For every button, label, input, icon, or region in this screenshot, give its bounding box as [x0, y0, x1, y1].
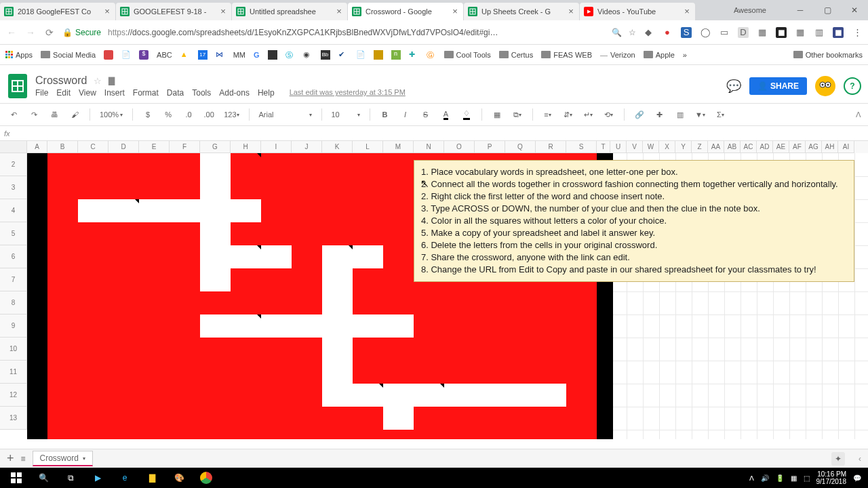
note-indicator[interactable]: [440, 384, 444, 388]
start-button[interactable]: [3, 468, 30, 488]
col-header[interactable]: O: [444, 141, 475, 153]
url-text[interactable]: https://docs.google.com/spreadsheets/d/1…: [108, 28, 605, 37]
menu-file[interactable]: File: [35, 88, 48, 98]
col-header[interactable]: P: [475, 141, 505, 153]
clock[interactable]: 10:16 PM9/17/2018: [816, 470, 847, 485]
crossword-cell[interactable]: [200, 268, 231, 291]
col-header[interactable]: I: [261, 141, 292, 153]
browser-tab[interactable]: Untitled spreadshee×: [232, 3, 347, 20]
last-edit[interactable]: Last edit was yesterday at 3:15 PM: [290, 88, 406, 98]
formula-bar[interactable]: fx: [0, 126, 868, 141]
currency-button[interactable]: $: [142, 108, 153, 121]
col-header[interactable]: L: [353, 141, 383, 153]
task-view-button[interactable]: ⧉: [57, 468, 84, 488]
taskbar-app-explorer[interactable]: ▇: [138, 468, 165, 488]
col-header[interactable]: AH: [822, 141, 838, 153]
browser-tab[interactable]: Up Sheets Creek - G×: [464, 3, 579, 20]
undo-button[interactable]: ↶: [8, 108, 19, 121]
crossword-cell[interactable]: [322, 384, 566, 407]
dec-decrease[interactable]: .0: [183, 108, 194, 121]
zoom-icon[interactable]: 🔍: [612, 28, 622, 37]
crossword-cell[interactable]: [322, 361, 353, 384]
halign-button[interactable]: ≡ ▾: [542, 108, 553, 121]
paint-format-button[interactable]: 🖌: [69, 108, 80, 121]
avatar[interactable]: [815, 76, 835, 96]
note-indicator[interactable]: [257, 245, 261, 249]
comments-icon[interactable]: 💬: [726, 79, 741, 94]
note-indicator[interactable]: [135, 199, 139, 203]
star-icon[interactable]: ☆: [94, 76, 102, 86]
crossword-cell[interactable]: [200, 314, 414, 338]
collapse-toolbar[interactable]: ᐱ: [856, 110, 861, 119]
rotate-button[interactable]: ⟲ ▾: [604, 108, 614, 121]
menu-format[interactable]: Format: [133, 88, 159, 98]
crossword-cell[interactable]: [200, 153, 231, 176]
apps-button[interactable]: Apps: [5, 51, 33, 59]
crossword-cell[interactable]: [322, 245, 383, 268]
select-all-corner[interactable]: [0, 141, 27, 153]
menu-addons[interactable]: Add-ons: [219, 88, 250, 98]
taskbar-app[interactable]: ▶: [84, 468, 111, 488]
print-button[interactable]: 🖶: [49, 108, 60, 121]
note-indicator[interactable]: [257, 153, 261, 157]
col-header[interactable]: V: [627, 141, 643, 153]
note-indicator[interactable]: [257, 314, 261, 319]
note-indicator[interactable]: [379, 384, 383, 388]
bookmark-item[interactable]: MM: [233, 51, 245, 59]
sheet-tab[interactable]: Crossword▾: [33, 451, 93, 466]
ext-icon[interactable]: ◯: [700, 27, 711, 38]
share-button[interactable]: 👤SHARE: [749, 77, 807, 95]
ext-drive-icon[interactable]: ◆: [643, 27, 654, 38]
nav-back[interactable]: ←: [5, 27, 18, 38]
tray-icon[interactable]: ⬚: [804, 474, 810, 482]
fill-color-button[interactable]: ♢: [461, 108, 472, 121]
crossword-cell[interactable]: [322, 291, 353, 314]
row-header[interactable]: 9: [0, 314, 27, 338]
col-header[interactable]: N: [414, 141, 444, 153]
taskbar-app-chrome[interactable]: [193, 468, 220, 488]
ext-icon[interactable]: ▦: [795, 27, 806, 38]
add-sheet-button[interactable]: +: [7, 451, 14, 466]
col-header[interactable]: AB: [724, 141, 741, 153]
bookmark-folder[interactable]: Certus: [499, 51, 533, 59]
window-maximize[interactable]: ▢: [814, 0, 841, 20]
font-select[interactable]: Arial: [259, 110, 300, 119]
row-header[interactable]: 3: [0, 176, 27, 199]
crossword-cell[interactable]: [78, 199, 261, 222]
tab-close-icon[interactable]: ×: [567, 7, 575, 16]
browser-tab[interactable]: Crossword - Google×: [348, 3, 463, 20]
tray-up-icon[interactable]: ᐱ: [749, 474, 754, 482]
row-header[interactable]: 11: [0, 361, 27, 384]
search-button[interactable]: 🔍: [30, 468, 57, 488]
ext-icon[interactable]: ▦: [757, 27, 768, 38]
nav-forward[interactable]: →: [24, 27, 37, 38]
dec-increase[interactable]: .00: [203, 108, 214, 121]
col-header[interactable]: AI: [838, 141, 854, 153]
chart-button[interactable]: ▥: [675, 108, 686, 121]
doc-title[interactable]: Crossword: [35, 75, 87, 87]
ext-icon[interactable]: ▥: [814, 27, 825, 38]
col-header[interactable]: A: [27, 141, 47, 153]
col-header[interactable]: AE: [773, 141, 789, 153]
tab-close-icon[interactable]: ×: [451, 7, 459, 16]
all-sheets-button[interactable]: ≡: [21, 454, 26, 464]
help-icon[interactable]: ?: [844, 77, 861, 95]
bookmark-item[interactable]: G: [254, 51, 260, 59]
font-size[interactable]: 10: [332, 110, 348, 119]
col-header[interactable]: T: [597, 141, 610, 153]
col-header[interactable]: Q: [505, 141, 536, 153]
row-header[interactable]: 5: [0, 222, 27, 245]
bookmark-item[interactable]: ⋈: [216, 50, 225, 60]
bookmark-item[interactable]: [268, 50, 277, 60]
text-color-button[interactable]: A: [441, 108, 452, 121]
tab-close-icon[interactable]: ×: [335, 7, 343, 16]
bookmark-item[interactable]: Ⓖ: [427, 50, 436, 60]
zoom-select[interactable]: 100%▾: [100, 110, 123, 119]
bookmark-item[interactable]: Ⓢ: [285, 50, 295, 60]
tab-close-icon[interactable]: ×: [683, 7, 691, 16]
other-bookmarks[interactable]: Other bookmarks: [793, 51, 863, 59]
valign-button[interactable]: ⇵ ▾: [563, 108, 574, 121]
nav-reload[interactable]: ⟳: [43, 27, 56, 38]
bookmark-item[interactable]: 17: [198, 50, 208, 60]
bookmark-folder[interactable]: Social Media: [41, 51, 96, 59]
